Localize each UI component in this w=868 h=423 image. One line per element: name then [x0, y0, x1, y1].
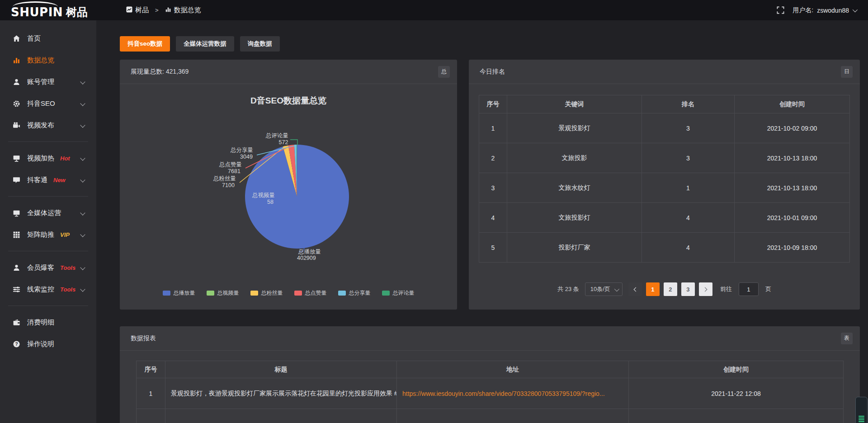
page-size-select[interactable]: 10条/页	[585, 282, 623, 296]
chart-legend: 总播放量 总视频量 总粉丝量 总点赞量 总分享量 总评论量	[120, 289, 457, 297]
pie-label: 总分享量	[230, 147, 253, 153]
breadcrumb-root-label: 树品	[135, 6, 149, 14]
goto-page-input[interactable]	[739, 282, 759, 296]
legend-item[interactable]: 总评论量	[382, 289, 415, 297]
sidebar-item-media-operation[interactable]: 全媒体运营	[0, 202, 96, 224]
overview-total-badge-button[interactable]: 总	[438, 66, 450, 78]
gear-icon	[12, 100, 20, 108]
main-content: 抖音seo数据 全媒体运营数据 询盘数据 展现量总数: 421,369 总 D音…	[96, 20, 868, 423]
overview-total-label: 展现量总数: 421,369	[131, 68, 189, 76]
column-header: 创建时间	[629, 361, 844, 378]
logo: SHUPIN 树品	[0, 0, 96, 20]
legend-swatch	[207, 291, 214, 296]
legend-item[interactable]: 总粉丝量	[250, 289, 283, 297]
username: zswodun88	[817, 7, 849, 14]
report-table-header-row: 序号 标题 地址 创建时间	[137, 361, 844, 378]
sidebar-item-video-heat[interactable]: 视频加热 Hot	[0, 147, 96, 169]
legend-item[interactable]: 总分享量	[338, 289, 371, 297]
pie-label: 7681	[228, 168, 241, 174]
sidebar-item-douyin-seo[interactable]: 抖音SEO	[0, 93, 96, 114]
chevron-down-icon	[80, 287, 85, 291]
table-row: 2 文旅投影 3 2021-10-13 18:00	[479, 143, 850, 173]
sidebar-item-lead-monitor[interactable]: 线索监控 Tools	[0, 278, 96, 300]
breadcrumb-root[interactable]: 树品	[126, 6, 149, 14]
page-button-1[interactable]: 1	[646, 282, 660, 296]
breadcrumb: 树品 > 数据总览	[126, 6, 201, 14]
chevron-down-icon	[80, 265, 85, 270]
table-row: 1 景观投影灯，夜游景观投影灯厂家展示展示落花灯在花园里的灯光投影应用效果 # …	[137, 378, 844, 409]
sidebar-item-home[interactable]: 首页	[0, 28, 96, 49]
sidebar-item-member-growth[interactable]: 会员爆客 Tools	[0, 257, 96, 278]
sidebar-item-matrix-boost[interactable]: 矩阵助推 VIP	[0, 224, 96, 245]
table-row: 4 文旅投影灯 4 2021-10-01 09:00	[479, 203, 850, 233]
wallet-icon	[12, 319, 20, 326]
bar-chart-icon	[12, 56, 20, 64]
report-panel-header: 数据报表 表	[120, 326, 860, 351]
trend-icon	[126, 6, 132, 14]
data-tabs: 抖音seo数据 全媒体运营数据 询盘数据	[120, 36, 860, 52]
rank-panel-header: 今日排名 日	[469, 60, 860, 84]
chevron-down-icon	[80, 210, 85, 215]
legend-item[interactable]: 总视频量	[207, 289, 239, 297]
pie-label: 7100	[222, 182, 235, 188]
column-header: 序号	[479, 95, 507, 113]
grid-icon	[12, 231, 20, 239]
goto-label: 前往	[720, 285, 732, 293]
breadcrumb-separator: >	[155, 7, 159, 14]
topbar-right: 用户名: zswodun88	[777, 6, 868, 14]
column-header: 序号	[137, 361, 165, 378]
report-title-cell: 景观投影灯，夜游景观投影灯厂家展示展示落花灯在花园里的灯光投影应用效果 #	[165, 378, 397, 409]
sidebar-item-doukutong[interactable]: 抖客通 New	[0, 169, 96, 191]
rank-table: 序号 关键词 排名 创建时间 1 景观投影灯 3 2021-10-02 09:0…	[479, 95, 850, 263]
legend-item[interactable]: 总播放量	[163, 289, 195, 297]
pie-chart-svg[interactable]: 总播放量402909总视频量58总粉丝量7100总点赞量7681总分享量3049…	[120, 84, 457, 309]
breadcrumb-current[interactable]: 数据总览	[165, 6, 201, 14]
fullscreen-icon[interactable]	[777, 6, 784, 14]
floating-widget[interactable]	[855, 397, 868, 423]
svg-text:?: ?	[15, 341, 18, 346]
prev-page-button[interactable]	[628, 282, 642, 296]
pie-label: 402909	[297, 255, 316, 261]
legend-swatch	[338, 291, 346, 296]
column-header: 地址	[397, 361, 629, 378]
sidebar-divider	[8, 196, 88, 197]
logo-text-cn: 树品	[66, 7, 88, 18]
today-rank-panel: 今日排名 日 序号 关键词 排名 创建时间	[469, 60, 860, 310]
pie-chart[interactable]: D音SEO数据量总览 总播放量402909总视频量58总粉丝量7100总点赞量7…	[120, 84, 457, 309]
monitor-icon	[12, 209, 20, 217]
app-window: SHUPIN 树品 树品 > 数据总览 用户名:	[0, 0, 868, 423]
tab-douyin-seo-data[interactable]: 抖音seo数据	[120, 36, 170, 52]
sidebar-item-consumption-detail[interactable]: 消费明细	[0, 311, 96, 333]
sidebar-item-data-overview[interactable]: 数据总览	[0, 49, 96, 71]
tab-media-operation-data[interactable]: 全媒体运营数据	[176, 36, 234, 52]
page-button-2[interactable]: 2	[664, 282, 677, 296]
pagination: 共 23 条 10条/页 1 2 3 前往 页	[469, 282, 860, 296]
column-header: 创建时间	[735, 95, 850, 113]
report-url-link[interactable]: https://www.iesdouyin.com/share/video/70…	[402, 390, 623, 397]
column-header: 排名	[642, 95, 735, 113]
pie-label-line	[290, 140, 297, 145]
rank-day-badge-button[interactable]: 日	[841, 66, 853, 78]
sidebar-item-video-publish[interactable]: 视频发布	[0, 114, 96, 136]
sidebar-item-help[interactable]: ? 操作说明	[0, 333, 96, 355]
next-page-button[interactable]	[699, 282, 712, 296]
table-row: 1 景观投影灯 3 2021-10-02 09:00	[479, 113, 850, 143]
page-size-value: 10条/页	[590, 285, 610, 293]
legend-item[interactable]: 总点赞量	[294, 289, 327, 297]
page-button-3[interactable]: 3	[681, 282, 695, 296]
pagination-total: 共 23 条	[557, 285, 579, 293]
chevron-down-icon	[80, 101, 85, 106]
tab-inquiry-data[interactable]: 询盘数据	[240, 36, 280, 52]
pie-label: 总粉丝量	[213, 175, 236, 182]
rank-panel-title: 今日排名	[480, 68, 505, 76]
bar-chart-icon	[165, 6, 171, 14]
legend-swatch	[250, 291, 258, 296]
chevron-down-icon	[80, 232, 85, 237]
pie-label: 总播放量	[298, 249, 321, 255]
user-menu[interactable]: 用户名: zswodun88	[793, 6, 856, 14]
sidebar-item-account[interactable]: 账号管理	[0, 71, 96, 93]
table-row: 5 投影灯厂家 4 2021-10-09 18:00	[479, 233, 850, 263]
chevron-down-icon	[80, 155, 85, 160]
pie-label: 3049	[240, 154, 253, 160]
report-table-badge-button[interactable]: 表	[841, 333, 853, 344]
